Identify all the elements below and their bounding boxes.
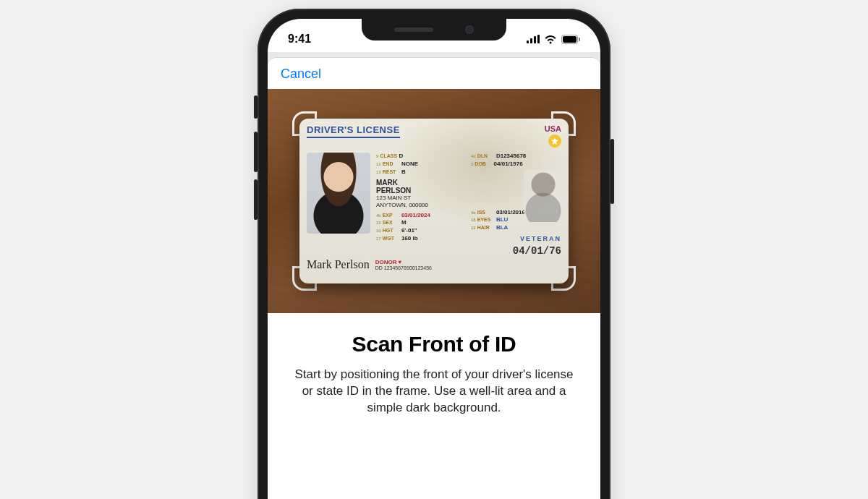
- phone-notch: [362, 19, 506, 40]
- license-dln: D12345678: [496, 153, 526, 159]
- license-photo: [307, 153, 370, 234]
- license-country: USA: [545, 124, 561, 133]
- license-dob: 04/01/1976: [494, 161, 523, 167]
- wifi-icon: [544, 35, 557, 44]
- page-body: Start by positioning the front of your d…: [288, 367, 580, 417]
- instruction-panel: Scan Front of ID Start by positioning th…: [268, 313, 600, 417]
- svg-rect-5: [563, 36, 576, 43]
- svg-rect-2: [534, 36, 536, 43]
- status-time: 9:41: [288, 33, 311, 46]
- status-indicators: [527, 35, 580, 44]
- license-donor: DONOR: [375, 259, 561, 265]
- modal-sheet: Cancel DRIVER'S LICENSE USA: [268, 58, 600, 417]
- side-button-silence: [254, 95, 258, 119]
- license-hair: BLA: [496, 224, 508, 231]
- side-button-vol-down: [254, 179, 258, 220]
- license-signature: Mark Perlson: [307, 258, 370, 271]
- license-hgt: 6'-01": [401, 227, 417, 234]
- license-eyes: BLU: [496, 216, 508, 223]
- svg-rect-0: [527, 40, 529, 43]
- phone-front-camera: [465, 25, 474, 34]
- svg-rect-1: [530, 38, 532, 43]
- license-dd: 12345678900123456: [384, 265, 432, 270]
- license-class: D: [399, 153, 404, 159]
- license-wgt: 160 lb: [401, 235, 418, 242]
- side-button-vol-up: [254, 132, 258, 172]
- license-exp: 03/01/2024: [401, 212, 430, 218]
- license-title: DRIVER'S LICENSE: [307, 124, 400, 138]
- phone-device-frame: 9:41 Cancel: [258, 9, 610, 499]
- side-button-power: [610, 139, 614, 204]
- real-id-star-icon: [548, 135, 561, 148]
- cellular-icon: [527, 35, 540, 43]
- phone-screen: 9:41 Cancel: [268, 19, 600, 499]
- license-addr2: ANYTOWN, 000000: [376, 202, 467, 209]
- license-big-date: 04/01/76: [471, 245, 561, 257]
- license-dd-label: DD: [375, 265, 383, 270]
- license-ghost-photo: [524, 170, 563, 222]
- phone-speaker: [394, 27, 433, 32]
- cancel-button[interactable]: Cancel: [281, 67, 321, 81]
- svg-rect-6: [579, 38, 580, 41]
- license-iss: 03/01/2016: [496, 209, 525, 216]
- page-title: Scan Front of ID: [288, 332, 580, 357]
- modal-nav-bar: Cancel: [268, 58, 600, 89]
- scan-frame: DRIVER'S LICENSE USA 9CL: [292, 111, 576, 291]
- license-first-name: MARK: [376, 179, 467, 187]
- license-veteran: VETERAN: [471, 235, 561, 242]
- license-addr1: 123 MAIN ST: [376, 195, 467, 202]
- license-last-name: PERLSON: [376, 187, 467, 195]
- license-rest: B: [401, 169, 406, 175]
- svg-rect-3: [537, 35, 540, 43]
- drivers-license-card: DRIVER'S LICENSE USA 9CL: [299, 119, 569, 283]
- license-end: NONE: [401, 161, 418, 167]
- battery-icon: [561, 35, 580, 44]
- modal-sheet-background: Cancel DRIVER'S LICENSE USA: [268, 52, 600, 417]
- license-sex: M: [401, 219, 407, 226]
- camera-viewfinder[interactable]: DRIVER'S LICENSE USA 9CL: [268, 89, 600, 313]
